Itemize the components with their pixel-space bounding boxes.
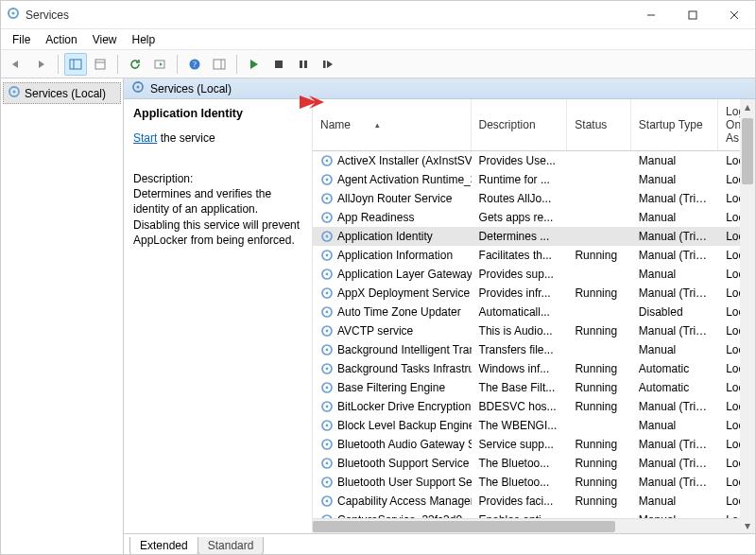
service-row[interactable]: Application Layer Gateway S...Provides s… bbox=[313, 265, 755, 284]
svg-point-36 bbox=[326, 273, 329, 276]
export-list-button[interactable] bbox=[148, 53, 171, 76]
main-area: Services (Local) Services (Local) Applic… bbox=[1, 78, 755, 554]
service-row[interactable]: Application InformationFacilitates th...… bbox=[313, 246, 755, 265]
svg-point-22 bbox=[137, 86, 140, 89]
cell-name: Block Level Backup Engine S... bbox=[313, 419, 472, 432]
properties-button[interactable] bbox=[89, 53, 112, 76]
cell-name: Background Intelligent Tran... bbox=[313, 343, 472, 356]
cell-startup: Manual bbox=[631, 211, 718, 224]
service-row[interactable]: Background Tasks Infrastruc...Windows in… bbox=[313, 359, 755, 378]
services-window: Services File Action View Help ? bbox=[0, 0, 756, 555]
start-service-line: Start the service bbox=[133, 131, 302, 145]
col-desc-label: Description bbox=[479, 118, 536, 131]
cell-name: ActiveX Installer (AxInstSV) bbox=[313, 154, 472, 167]
services-list: Name▴ Description Status Startup Type Lo… bbox=[313, 99, 755, 533]
start-link[interactable]: Start bbox=[133, 131, 157, 145]
start-service-button[interactable] bbox=[243, 53, 266, 76]
service-row[interactable]: Capability Access Manager S...Provides f… bbox=[313, 492, 755, 511]
close-button[interactable] bbox=[713, 1, 755, 29]
back-button[interactable] bbox=[5, 53, 27, 76]
service-row[interactable]: Bluetooth User Support Serv...The Blueto… bbox=[313, 473, 755, 492]
tree-node-services-local[interactable]: Services (Local) bbox=[3, 82, 121, 104]
service-row[interactable]: AppX Deployment Service (A...Provides in… bbox=[313, 284, 755, 303]
svg-rect-8 bbox=[95, 60, 105, 69]
menu-file[interactable]: File bbox=[5, 31, 38, 48]
svg-point-60 bbox=[326, 500, 329, 503]
cell-name: Agent Activation Runtime_3... bbox=[313, 173, 472, 186]
minimize-button[interactable] bbox=[630, 1, 672, 29]
service-row[interactable]: Agent Activation Runtime_3...Runtime for… bbox=[313, 170, 755, 189]
menu-action[interactable]: Action bbox=[38, 31, 84, 48]
cell-startup: Manual (Trigg... bbox=[631, 476, 718, 489]
services-icon bbox=[7, 7, 20, 23]
cell-startup: Manual (Trigg... bbox=[631, 400, 718, 413]
svg-rect-13 bbox=[214, 60, 225, 69]
service-row[interactable]: Bluetooth Audio Gateway Se...Service sup… bbox=[313, 435, 755, 454]
service-row[interactable]: AVCTP serviceThis is Audio...RunningManu… bbox=[313, 321, 755, 340]
service-row[interactable]: Application IdentityDetermines ...Manual… bbox=[313, 227, 755, 246]
stop-service-button[interactable] bbox=[267, 53, 290, 76]
menu-view[interactable]: View bbox=[85, 31, 125, 48]
svg-point-30 bbox=[326, 217, 329, 219]
horizontal-scrollbar[interactable] bbox=[313, 518, 755, 533]
service-row[interactable]: App ReadinessGets apps re...ManualLoc bbox=[313, 208, 755, 227]
forward-button[interactable] bbox=[29, 53, 52, 76]
scroll-thumb[interactable] bbox=[742, 118, 753, 184]
cell-name: Auto Time Zone Updater bbox=[313, 305, 472, 319]
cell-startup: Manual (Trigg... bbox=[631, 249, 718, 262]
col-name[interactable]: Name▴ bbox=[313, 99, 472, 150]
cell-description: Provides Use... bbox=[472, 154, 568, 167]
show-hide-tree-button[interactable] bbox=[64, 53, 87, 76]
show-hide-action-pane-button[interactable] bbox=[208, 53, 231, 76]
svg-rect-18 bbox=[323, 61, 326, 68]
scroll-down-icon[interactable]: ▾ bbox=[740, 518, 755, 533]
svg-point-58 bbox=[326, 481, 329, 484]
svg-point-44 bbox=[326, 349, 329, 352]
cell-name: BitLocker Drive Encryption S... bbox=[313, 400, 472, 413]
pane-header: Services (Local) bbox=[124, 78, 755, 99]
col-description[interactable]: Description bbox=[472, 99, 568, 150]
cell-description: The Bluetoo... bbox=[472, 457, 568, 470]
cell-description: Determines ... bbox=[472, 230, 568, 243]
cell-name: Base Filtering Engine bbox=[313, 381, 472, 394]
menu-help[interactable]: Help bbox=[125, 31, 163, 48]
cell-status: Running bbox=[567, 249, 630, 262]
service-row[interactable]: Bluetooth Support ServiceThe Bluetoo...R… bbox=[313, 454, 755, 473]
tab-extended[interactable]: Extended bbox=[129, 537, 198, 554]
cell-description: Routes AllJo... bbox=[472, 192, 568, 205]
service-row[interactable]: Background Intelligent Tran...Transfers … bbox=[313, 340, 755, 359]
vertical-scrollbar[interactable]: ▴ ▾ bbox=[740, 99, 755, 533]
svg-point-32 bbox=[326, 235, 329, 238]
cell-name: Bluetooth Support Service bbox=[313, 457, 472, 470]
svg-point-46 bbox=[326, 368, 329, 371]
cell-description: Provides infr... bbox=[472, 286, 568, 300]
col-startup[interactable]: Startup Type bbox=[631, 99, 718, 150]
cell-name: Application Identity bbox=[313, 230, 472, 243]
list-body[interactable]: ActiveX Installer (AxInstSV)Provides Use… bbox=[313, 151, 755, 518]
pause-service-button[interactable] bbox=[292, 53, 315, 76]
cell-startup: Manual bbox=[631, 494, 718, 508]
service-row[interactable]: Auto Time Zone UpdaterAutomaticall...Dis… bbox=[313, 303, 755, 321]
cell-description: Runtime for ... bbox=[472, 173, 568, 186]
scroll-up-icon[interactable]: ▴ bbox=[740, 99, 755, 114]
svg-rect-3 bbox=[689, 11, 696, 19]
tab-standard[interactable]: Standard bbox=[198, 537, 265, 554]
service-row[interactable]: Base Filtering EngineThe Base Filt...Run… bbox=[313, 378, 755, 397]
col-status[interactable]: Status bbox=[567, 99, 631, 150]
svg-point-48 bbox=[326, 387, 329, 390]
cell-description: Provides faci... bbox=[472, 494, 568, 508]
detail-title: Application Identity bbox=[133, 107, 302, 120]
service-row[interactable]: AllJoyn Router ServiceRoutes AllJo...Man… bbox=[313, 189, 755, 208]
cell-name: Capability Access Manager S... bbox=[313, 494, 472, 508]
cell-startup: Manual (Trigg... bbox=[631, 457, 718, 470]
cell-status: Running bbox=[567, 381, 630, 394]
restart-service-button[interactable] bbox=[317, 53, 339, 76]
refresh-button[interactable] bbox=[124, 53, 146, 76]
service-row[interactable]: ActiveX Installer (AxInstSV)Provides Use… bbox=[313, 151, 755, 170]
scroll-thumb[interactable] bbox=[313, 521, 615, 532]
help-button[interactable]: ? bbox=[183, 53, 206, 76]
service-row[interactable]: Block Level Backup Engine S...The WBENGI… bbox=[313, 416, 755, 435]
service-row[interactable]: BitLocker Drive Encryption S...BDESVC ho… bbox=[313, 397, 755, 416]
maximize-button[interactable] bbox=[672, 1, 713, 29]
service-row[interactable]: CaptureService_33fc3d0Enables opti...Man… bbox=[313, 511, 755, 518]
